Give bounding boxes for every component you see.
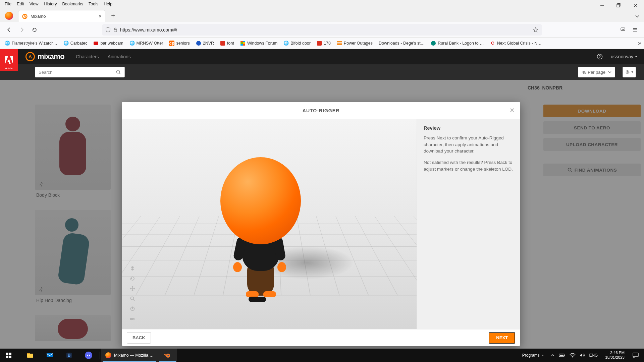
save-pocket-button[interactable] [617,24,629,36]
mixamo-header: Adobe mixamo Characters Animations ? uss… [0,49,644,64]
bookmark-178[interactable]: 178 [315,40,333,47]
menu-bookmarks[interactable]: Bookmarks [60,2,86,6]
reload-button[interactable] [29,24,40,36]
svg-rect-26 [6,353,8,355]
svg-line-14 [119,73,121,74]
url-bar[interactable]: https://www.mixamo.com/#/ [102,24,542,36]
back-button[interactable] [3,24,15,36]
action-center-button[interactable] [629,349,643,362]
forward-button[interactable] [16,24,28,36]
bookmark-rural[interactable]: Rural Bank - Logon to … [429,40,486,47]
svg-text:B: B [68,353,71,358]
adobe-logo-icon[interactable]: Adobe [0,49,18,71]
power-button[interactable] [129,305,136,312]
mixamo-logo-icon [25,52,35,61]
settings-button[interactable]: ▼ [623,67,636,77]
per-page-select[interactable]: 48 Per page [578,67,615,77]
bookmark-dege[interactable]: Downloads - Dege's st… [377,40,427,46]
volume-icon[interactable] [580,353,585,358]
nav-animations[interactable]: Animations [108,54,131,59]
bookmark-power[interactable]: Power Outages [335,40,375,47]
review-heading: Review [424,125,513,131]
modal-title-bar: AUTO-RIGGER × [122,102,520,119]
menu-edit[interactable]: Edit [14,2,27,6]
bookmark-next-global[interactable]: CNext Global Crisis - N… [488,40,544,47]
mixamo-nav: Characters Animations [76,54,131,59]
firefox-logo-icon [3,9,15,22]
bookmarks-overflow-button[interactable]: » [638,40,641,47]
menu-help[interactable]: Help [101,2,115,6]
pan-button[interactable] [129,285,136,292]
favicon-icon [93,41,99,46]
mixamo-brand[interactable]: mixamo [25,52,64,61]
svg-rect-6 [114,29,117,32]
zoom-button[interactable] [129,295,136,302]
taskbar-clock[interactable]: 2:46 PM 18/01/2023 [602,351,628,360]
taskbar-explorer[interactable] [20,349,40,362]
svg-rect-28 [6,356,8,358]
modal-close-button[interactable]: × [510,106,515,115]
start-button[interactable] [0,349,17,362]
menu-file[interactable]: File [2,2,14,6]
battery-icon[interactable] [559,353,566,357]
language-indicator[interactable]: ENG [589,353,598,358]
svg-rect-25 [130,318,133,320]
app-menu-button[interactable] [629,24,641,36]
menu-view[interactable]: View [27,2,41,6]
svg-rect-44 [633,353,638,357]
firefox-tab-bar: Mixamo × + [0,8,644,22]
bookmark-2nvr[interactable]: 2NVR [194,40,216,47]
bookmark-bar-webcam[interactable]: bar webcam [91,40,125,47]
taskbar-mail[interactable] [40,349,59,362]
user-menu[interactable]: ussnorway [611,54,638,59]
favicon-icon [196,41,201,46]
bookmark-bifold[interactable]: 🌐Bifold door [281,40,313,47]
bookmark-seniors[interactable]: cpseniors [167,40,192,47]
favicon-icon: C [490,41,495,46]
firefox-nav-bar: https://www.mixamo.com/#/ [0,22,644,38]
bookmark-windows-forum[interactable]: Windows Forum [238,40,279,47]
wifi-icon[interactable] [570,353,576,358]
svg-text:?: ? [599,55,601,59]
bookmark-carbatec[interactable]: 🌐Carbatec [61,40,90,47]
tab-close-button[interactable]: × [99,13,102,19]
back-button[interactable]: BACK [127,332,151,344]
taskbar-app-b[interactable]: B [59,349,79,362]
firefox-menu-bar: File Edit View History Bookmarks Tools H… [0,0,644,8]
svg-line-22 [133,300,135,301]
menu-tools[interactable]: Tools [86,2,101,6]
taskbar-firefox[interactable]: Mixamo — Mozilla … [101,349,158,362]
menu-history[interactable]: History [41,2,60,6]
modal-title: AUTO-RIGGER [303,108,339,113]
bookmark-font[interactable]: font [218,40,236,47]
favicon-icon [431,41,436,46]
bookmark-flamestryke[interactable]: 🌐Flamestryke's Wizardr… [3,40,59,47]
tab-overflow-button[interactable] [635,13,640,19]
globe-icon: 🌐 [129,41,135,46]
help-button[interactable]: ? [597,54,603,60]
camera-button[interactable] [129,315,136,322]
bookmark-star-button[interactable] [533,27,539,33]
svg-point-15 [627,71,628,73]
new-tab-button[interactable]: + [108,11,118,21]
taskbar-blender[interactable] [158,349,177,362]
browser-tab[interactable]: Mixamo × [18,10,105,22]
modal-footer: BACK NEXT [122,329,520,346]
mixamo-toolbar: Search 48 Per page ▼ [0,64,644,80]
nav-characters[interactable]: Characters [76,54,99,59]
ms-icon [240,41,246,46]
reset-view-button[interactable] [129,275,136,282]
shading-button[interactable] [129,265,136,272]
next-button[interactable]: NEXT [489,332,515,344]
taskbar-programs-toolbar[interactable]: Programs » [519,353,547,358]
tray-overflow-button[interactable] [551,353,555,357]
search-input[interactable]: Search [35,67,125,77]
svg-point-37 [89,355,90,356]
svg-rect-29 [9,356,11,358]
globe-icon: 🌐 [63,41,69,46]
viewport-3d[interactable] [122,119,417,329]
bookmark-mrnsw[interactable]: 🌐MRNSW Otter [127,40,165,47]
svg-point-35 [85,352,92,359]
taskbar-discord[interactable] [79,349,98,362]
shield-icon [105,27,111,33]
